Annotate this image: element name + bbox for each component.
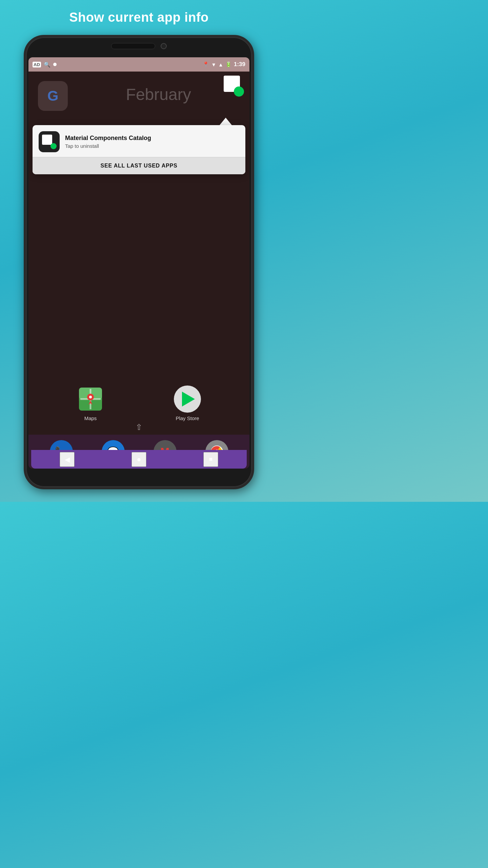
see-all-apps-button[interactable]: SEE ALL LAST USED APPS bbox=[33, 157, 245, 174]
page-title: Show current app info bbox=[69, 10, 209, 25]
navigation-bar: ◀ ● ■ bbox=[31, 450, 247, 469]
popup-app-name: Material Components Catalog bbox=[65, 135, 239, 142]
play-store-label: Play Store bbox=[176, 415, 199, 421]
side-button[interactable] bbox=[253, 125, 254, 145]
recents-button[interactable]: ■ bbox=[203, 452, 218, 467]
google-app-icon-bg: G bbox=[38, 81, 68, 111]
popup-header: Material Components Catalog Tap to unins… bbox=[33, 125, 245, 157]
status-right-icons: 📍 ▼ ▲ 🔋 1:39 bbox=[203, 61, 245, 68]
maps-svg-icon bbox=[78, 386, 103, 412]
dot-icon bbox=[53, 63, 57, 66]
phone-shell: AD 🔍 📍 ▼ ▲ 🔋 1:39 G February bbox=[24, 35, 254, 489]
search-icon: 🔍 bbox=[44, 61, 50, 68]
signal-icon: ▲ bbox=[218, 62, 223, 67]
play-triangle-icon bbox=[182, 392, 195, 407]
home-icons-row: Maps Play Store bbox=[28, 386, 249, 421]
phone-screen: AD 🔍 📍 ▼ ▲ 🔋 1:39 G February bbox=[28, 57, 249, 469]
phone-top-bar bbox=[111, 43, 167, 49]
overlay-green-dot bbox=[234, 86, 244, 97]
home-button[interactable]: ● bbox=[131, 452, 146, 467]
back-button[interactable]: ◀ bbox=[60, 452, 75, 467]
app-info-popup: Material Components Catalog Tap to unins… bbox=[33, 125, 245, 174]
month-label: February bbox=[126, 85, 191, 104]
popup-subtitle: Tap to uninstall bbox=[65, 143, 239, 149]
svg-point-5 bbox=[89, 396, 92, 398]
maps-label: Maps bbox=[84, 415, 97, 421]
status-left-icons: AD 🔍 bbox=[33, 61, 57, 68]
location-icon: 📍 bbox=[203, 61, 209, 67]
ad-icon: AD bbox=[33, 62, 41, 67]
wifi-icon: ▼ bbox=[211, 62, 216, 67]
play-store-app-item[interactable]: Play Store bbox=[174, 386, 201, 421]
time-display: 1:39 bbox=[234, 61, 245, 68]
popup-icon-green-dot bbox=[50, 143, 57, 149]
popup-arrow bbox=[220, 118, 232, 125]
status-bar: AD 🔍 📍 ▼ ▲ 🔋 1:39 bbox=[28, 57, 249, 72]
home-screen: G February Materia bbox=[28, 72, 249, 469]
popup-icon-white-square bbox=[42, 135, 52, 145]
maps-app-icon[interactable] bbox=[77, 386, 104, 413]
popup-text-block: Material Components Catalog Tap to unins… bbox=[65, 135, 239, 149]
google-g-letter: G bbox=[47, 88, 59, 104]
battery-icon: 🔋 bbox=[225, 61, 232, 67]
speaker-grille bbox=[111, 43, 155, 49]
popup-app-icon bbox=[39, 131, 60, 152]
app-drawer-chevron[interactable]: ⇧ bbox=[136, 422, 142, 432]
play-store-app-icon[interactable] bbox=[174, 386, 201, 413]
front-camera bbox=[161, 43, 167, 49]
maps-app-item[interactable]: Maps bbox=[77, 386, 104, 421]
